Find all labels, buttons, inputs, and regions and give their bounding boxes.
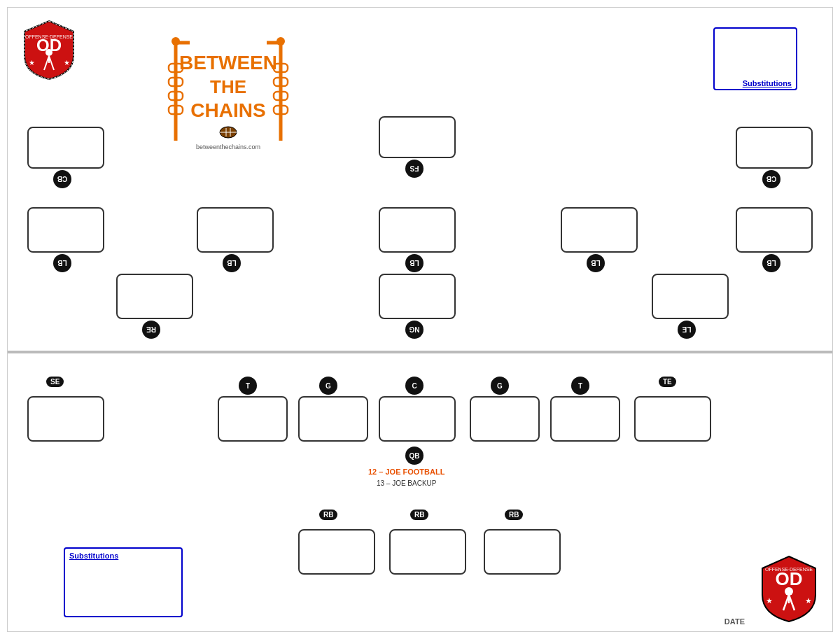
pos-label-def-lb1: LB [53,254,71,272]
logo-bottom-right: OD OFFENSE·DEFENSE ★ ★ [754,553,824,623]
svg-text:★: ★ [766,596,773,605]
pos-box-off-se [27,396,104,442]
pos-box-def-cb-left [27,127,104,169]
pos-label-def-le: LE [678,321,696,339]
svg-text:CHAINS: CHAINS [190,99,265,121]
svg-text:betweenthechains.com: betweenthechains.com [196,143,260,150]
pos-box-off-rb2 [389,529,466,575]
pos-box-def-lb3 [379,207,456,253]
pos-box-off-rb3 [484,529,561,575]
pos-box-def-fs [379,116,456,158]
svg-text:★: ★ [64,59,70,66]
pos-label-def-cb-left: CB [53,170,71,188]
pos-label-off-g-right: G [491,377,509,395]
offense-sub-title: Substitutions [65,549,181,561]
qb-player-secondary: 13 – JOE BACKUP [368,478,444,489]
svg-text:THE: THE [210,76,246,97]
pos-box-def-lb5 [736,207,813,253]
pos-box-def-cb-right [736,127,813,169]
svg-text:OFFENSE·DEFENSE: OFFENSE·DEFENSE [25,34,73,39]
pos-box-def-lb2 [197,207,274,253]
pos-label-off-rb1: RB [319,510,337,520]
pos-label-off-t-right: T [571,377,589,395]
svg-text:★: ★ [29,59,35,66]
pos-box-off-g-right [470,396,540,442]
svg-point-10 [276,37,285,45]
pos-box-def-le [652,274,729,319]
date-label: DATE [724,617,745,626]
svg-point-7 [172,37,180,45]
pos-box-off-c [379,396,456,442]
svg-text:OFFENSE·DEFENSE: OFFENSE·DEFENSE [765,567,813,572]
pos-label-def-lb4: LB [587,254,605,272]
offense-substitutions-box: Substitutions [64,547,183,617]
svg-point-4 [46,49,52,56]
pos-label-off-te: TE [659,377,676,387]
pos-label-off-rb2: RB [410,510,428,520]
pos-label-off-t-left: T [239,377,257,395]
defense-substitutions-box: Substitutions [713,27,797,90]
pos-box-def-re [116,274,193,319]
pos-box-off-rb1 [298,529,375,575]
qb-player-primary: 12 – JOE FOOTBALL [368,466,444,478]
page: OD ★ ★ OFFENSE·DEFENSE [7,7,833,632]
pos-box-def-lb1 [27,207,104,253]
pos-label-def-re: RE [142,321,160,339]
pos-box-def-lb4 [561,207,638,253]
logo-top-left: OD ★ ★ OFFENSE·DEFENSE [18,17,80,80]
svg-text:BETWEEN: BETWEEN [179,52,277,73]
pos-label-def-cb-right: CB [762,170,780,188]
pos-box-off-g-left [298,396,368,442]
pos-box-off-t-left [218,396,288,442]
pos-label-off-qb: QB [405,447,424,465]
pos-box-def-ng [379,274,456,319]
pos-label-off-rb3: RB [505,510,523,520]
defense-sub-title: Substitutions [715,76,796,89]
field-divider [8,351,832,353]
pos-label-def-lb5: LB [762,254,780,272]
pos-label-def-lb3: LB [405,254,424,272]
pos-label-def-ng: NG [405,321,424,339]
pos-box-off-te [634,396,711,442]
pos-box-off-t-right [550,396,620,442]
svg-text:★: ★ [805,596,812,605]
pos-label-def-lb2: LB [223,254,241,272]
pos-label-off-se: SE [46,377,64,387]
pos-label-off-g-left: G [319,377,337,395]
svg-point-31 [785,587,793,596]
qb-players: 12 – JOE FOOTBALL 13 – JOE BACKUP [368,466,444,489]
pos-label-off-c: C [405,377,424,395]
btc-logo: BETWEEN THE CHAINS betweenthechains.com [134,29,323,169]
pos-label-def-fs: FS [405,160,424,178]
